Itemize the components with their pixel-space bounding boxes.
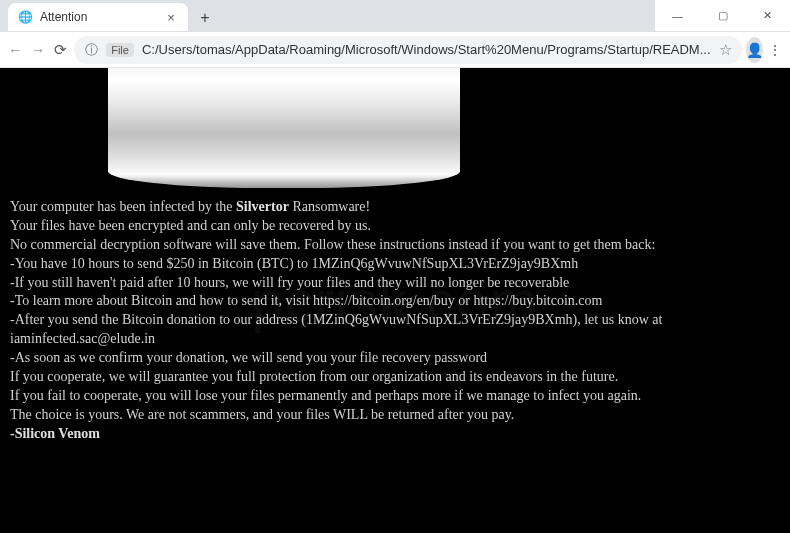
hero-image-area — [10, 68, 780, 198]
page-content: pcrisk.com Your computer has been infect… — [0, 68, 790, 533]
ransom-line: Your files have been encrypted and can o… — [10, 217, 780, 236]
new-tab-button[interactable]: + — [192, 5, 218, 31]
reload-button[interactable]: ⟳ — [51, 35, 70, 65]
ransom-line: No commercial decryption software will s… — [10, 236, 780, 255]
tab-attention[interactable]: 🌐 Attention × — [8, 3, 188, 31]
ransom-line: Your computer has been infected by the S… — [10, 198, 780, 217]
ransom-line: If you cooperate, we will guarantee you … — [10, 368, 780, 387]
text: Your computer has been infected by the — [10, 199, 236, 214]
ransom-line: The choice is yours. We are not scammers… — [10, 406, 780, 425]
close-tab-icon[interactable]: × — [164, 10, 178, 25]
browser-toolbar: ← → ⟳ ⓘ File C:/Users/tomas/AppData/Roam… — [0, 32, 790, 68]
ransom-line: -After you send the Bitcoin donation to … — [10, 311, 780, 349]
address-bar[interactable]: ⓘ File C:/Users/tomas/AppData/Roaming/Mi… — [74, 36, 741, 64]
profile-avatar[interactable]: 👤 — [746, 37, 763, 63]
ransom-line: -If you still haven't paid after 10 hour… — [10, 274, 780, 293]
maximize-button[interactable]: ▢ — [700, 1, 745, 31]
minimize-button[interactable]: — — [655, 1, 700, 31]
tab-title: Attention — [40, 10, 156, 24]
titlebar: 🌐 Attention × + — ▢ ✕ — [0, 0, 790, 32]
ransom-line: -To learn more about Bitcoin and how to … — [10, 292, 780, 311]
ransom-line: If you fail to cooperate, you will lose … — [10, 387, 780, 406]
globe-icon: 🌐 — [18, 10, 32, 24]
tab-strip: 🌐 Attention × + — [0, 0, 655, 31]
ransom-line: -As soon as we confirm your donation, we… — [10, 349, 780, 368]
ransom-signature: -Silicon Venom — [10, 425, 780, 444]
close-window-button[interactable]: ✕ — [745, 1, 790, 31]
ransom-message: Your computer has been infected by the S… — [10, 198, 780, 444]
url-text: C:/Users/tomas/AppData/Roaming/Microsoft… — [142, 42, 711, 57]
site-info-icon[interactable]: ⓘ — [84, 41, 98, 59]
back-button[interactable]: ← — [6, 35, 25, 65]
ransomware-name: Silvertor — [236, 199, 289, 214]
url-scheme-chip: File — [106, 43, 134, 57]
window-controls: — ▢ ✕ — [655, 0, 790, 31]
forward-button[interactable]: → — [29, 35, 48, 65]
cylinder-graphic — [108, 68, 460, 188]
ransom-line: -You have 10 hours to send $250 in Bitco… — [10, 255, 780, 274]
browser-menu-button[interactable]: ⋮ — [767, 36, 784, 64]
bookmark-star-icon[interactable]: ☆ — [719, 41, 732, 59]
text: Ransomware! — [289, 199, 370, 214]
